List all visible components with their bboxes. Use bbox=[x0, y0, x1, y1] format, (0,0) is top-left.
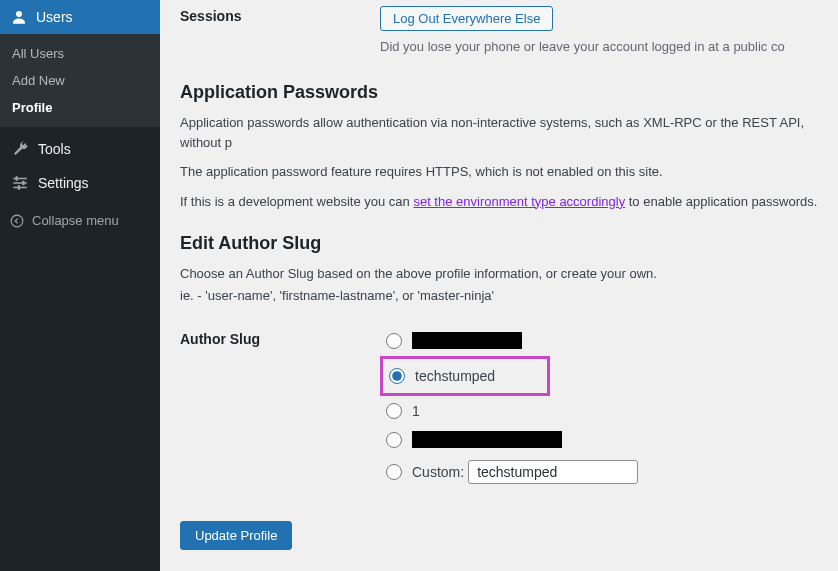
slug-option-1[interactable] bbox=[380, 327, 818, 354]
sidebar-sub-add-new[interactable]: Add New bbox=[0, 67, 160, 94]
sidebar-sub-profile[interactable]: Profile bbox=[0, 94, 160, 121]
sessions-description: Did you lose your phone or leave your ac… bbox=[380, 39, 818, 54]
edit-author-slug-heading: Edit Author Slug bbox=[180, 233, 818, 254]
app-passwords-desc-1: Application passwords allow authenticati… bbox=[180, 113, 818, 152]
sidebar-sub-all-users[interactable]: All Users bbox=[0, 40, 160, 67]
sidebar-item-tools[interactable]: Tools bbox=[0, 132, 160, 166]
svg-rect-5 bbox=[22, 181, 24, 186]
sessions-label: Sessions bbox=[180, 6, 380, 54]
author-slug-row: Author Slug techstumped 1 Custom: bbox=[180, 319, 818, 497]
svg-rect-4 bbox=[16, 176, 18, 181]
svg-rect-2 bbox=[13, 182, 27, 184]
slug-option-3-label: 1 bbox=[412, 403, 420, 419]
svg-rect-1 bbox=[13, 178, 27, 180]
sliders-icon bbox=[10, 174, 30, 192]
sidebar-submenu: All Users Add New Profile bbox=[0, 34, 160, 127]
svg-point-0 bbox=[16, 11, 22, 17]
slug-custom-input[interactable] bbox=[468, 460, 638, 484]
slug-option-3[interactable]: 1 bbox=[380, 398, 818, 424]
slug-desc-2: ie. - 'user-name', 'firstname-lastname',… bbox=[180, 286, 818, 306]
sidebar-item-label: Settings bbox=[38, 175, 89, 191]
redacted-text bbox=[412, 332, 522, 349]
sidebar-item-users[interactable]: Users bbox=[0, 0, 160, 34]
env-type-link[interactable]: set the environment type accordingly bbox=[413, 194, 625, 209]
sidebar-item-settings[interactable]: Settings bbox=[0, 166, 160, 200]
collapse-label: Collapse menu bbox=[32, 213, 119, 228]
slug-option-2-label: techstumped bbox=[415, 368, 495, 384]
slug-radio-2[interactable] bbox=[389, 368, 405, 384]
svg-point-7 bbox=[11, 215, 23, 227]
admin-sidebar: Users All Users Add New Profile Tools Se… bbox=[0, 0, 160, 571]
users-icon bbox=[10, 8, 28, 26]
slug-option-2-highlighted[interactable]: techstumped bbox=[380, 356, 550, 396]
app-passwords-desc-3: If this is a development website you can… bbox=[180, 192, 818, 212]
collapse-menu[interactable]: Collapse menu bbox=[0, 205, 160, 236]
app-passwords-desc-2: The application password feature require… bbox=[180, 162, 818, 182]
sidebar-top-label: Users bbox=[36, 9, 73, 25]
logout-everywhere-button[interactable]: Log Out Everywhere Else bbox=[380, 6, 553, 31]
main-content: Sessions Log Out Everywhere Else Did you… bbox=[160, 0, 838, 571]
slug-radio-4[interactable] bbox=[386, 432, 402, 448]
slug-custom-label: Custom: bbox=[412, 464, 464, 480]
wrench-icon bbox=[10, 140, 30, 158]
slug-radio-1[interactable] bbox=[386, 333, 402, 349]
sidebar-item-label: Tools bbox=[38, 141, 71, 157]
slug-radio-3[interactable] bbox=[386, 403, 402, 419]
update-profile-button[interactable]: Update Profile bbox=[180, 521, 292, 550]
svg-rect-6 bbox=[18, 185, 20, 190]
app-passwords-heading: Application Passwords bbox=[180, 82, 818, 103]
slug-radio-custom[interactable] bbox=[386, 464, 402, 480]
sessions-row: Sessions Log Out Everywhere Else Did you… bbox=[180, 0, 818, 60]
redacted-text bbox=[412, 431, 562, 448]
slug-option-custom[interactable]: Custom: bbox=[380, 455, 818, 489]
author-slug-label: Author Slug bbox=[180, 325, 380, 491]
slug-option-4[interactable] bbox=[380, 426, 818, 453]
collapse-icon bbox=[10, 214, 24, 228]
slug-desc-1: Choose an Author Slug based on the above… bbox=[180, 264, 818, 284]
